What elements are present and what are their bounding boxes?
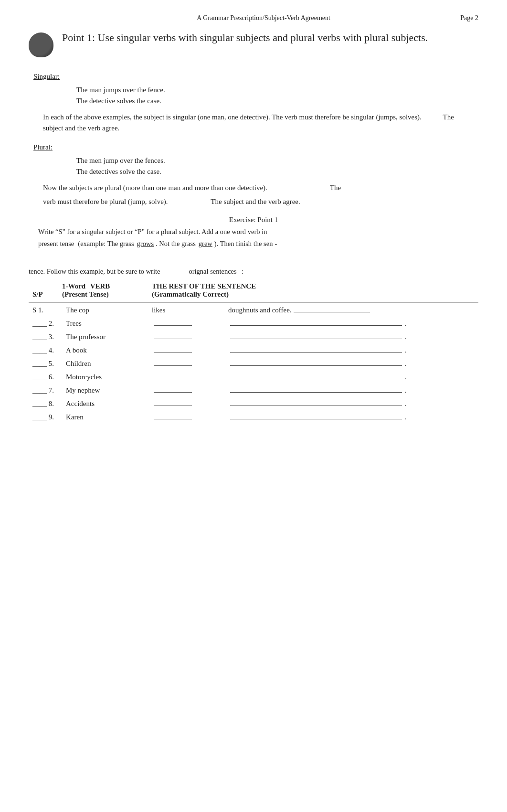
period: .	[405, 346, 407, 354]
period: .	[405, 413, 407, 421]
exercise-inst6: . Not the grass	[156, 238, 196, 250]
exercise-inst3: present tense	[38, 238, 74, 250]
singular-examples: The man jumps over the fence. The detect…	[76, 85, 478, 107]
point-section: Point 1: Use singular verbs with singula…	[29, 31, 478, 57]
rest-cell: .	[224, 316, 478, 330]
rest-cell: .	[224, 343, 478, 356]
singular-example-2: The detective solves the case.	[76, 96, 478, 107]
verb-cell	[148, 343, 224, 356]
exercise-inst4: (example: The grass	[78, 238, 134, 250]
header-title: A Grammar Prescription/Subject-Verb Agre…	[67, 14, 460, 22]
rest-blank	[230, 419, 402, 419]
sp-cell: ____ 5.	[29, 356, 62, 370]
table-row: ____ 7.My nephew.	[29, 383, 478, 396]
rest-blank	[230, 339, 402, 339]
period: .	[405, 333, 407, 341]
sp-cell: ____ 7.	[29, 383, 62, 396]
rest-blank	[230, 352, 402, 353]
page-header: A Grammar Prescription/Subject-Verb Agre…	[29, 14, 478, 22]
sp-cell: ____ 2.	[29, 316, 62, 330]
point-icon	[29, 32, 53, 57]
period: .	[405, 386, 407, 394]
rest-cell: doughnuts and coffee.	[224, 303, 478, 317]
verb-cell	[148, 383, 224, 396]
exercise-inst7: grew	[199, 238, 212, 250]
singular-section: Singular: The man jumps over the fence. …	[29, 66, 478, 107]
singular-example-1: The man jumps over the fence.	[76, 85, 478, 96]
sp-cell: ____ 8.	[29, 396, 62, 410]
verb-blank	[154, 406, 192, 406]
subject-cell: My nephew	[62, 383, 148, 396]
verb-blank	[154, 325, 192, 326]
table-intro: tence. Follow this example, but be sure …	[29, 267, 478, 276]
table-section: tence. Follow this example, but be sure …	[29, 267, 478, 423]
verb-blank	[154, 379, 192, 379]
verb-blank	[154, 352, 192, 353]
period: .	[405, 400, 407, 407]
plural-example-1: The men jump over the fences.	[76, 155, 478, 166]
period: .	[405, 320, 407, 327]
table-row: ____ 5.Children.	[29, 356, 478, 370]
sp-cell: ____ 4.	[29, 343, 62, 356]
table-row: S 1.The coplikesdoughnuts and coffee.	[29, 303, 478, 317]
col-verb-h1: 1-Word	[62, 282, 85, 290]
verb-cell	[148, 356, 224, 370]
verb-blank	[154, 392, 192, 393]
rest-cell: .	[224, 356, 478, 370]
table-row: ____ 3.The professor.	[29, 330, 478, 343]
rest-blank	[230, 379, 402, 379]
table-intro3: :	[242, 267, 243, 276]
rest-blank	[294, 312, 370, 312]
exercise-inst2: . Add a one word verb in	[199, 226, 267, 238]
verb-cell	[148, 330, 224, 343]
verb-cell	[148, 396, 224, 410]
table-row: ____ 8.Accidents.	[29, 396, 478, 410]
col-rest-h2: (Grammatically Correct)	[152, 290, 229, 298]
singular-exp1: In each of the above examples, the subje…	[43, 113, 422, 121]
plural-examples: The men jump over the fences. The detect…	[76, 155, 478, 178]
verb-cell	[148, 370, 224, 383]
subject-cell: Children	[62, 356, 148, 370]
sp-cell: ____ 3.	[29, 330, 62, 343]
exercise-inst5: grows	[137, 238, 154, 250]
table-row: ____ 4.A book.	[29, 343, 478, 356]
header-page: Page 2	[460, 14, 478, 22]
rest-cell: .	[224, 410, 478, 423]
subject-cell: Karen	[62, 410, 148, 423]
verb-cell: likes	[148, 303, 224, 317]
plural-explanation-2: verb must therefore be plural (jump, sol…	[43, 196, 464, 207]
point-heading: Point 1: Use singular verbs with singula…	[62, 31, 428, 45]
table-header-row: S/P 1-Word VERB (Present Tense) THE REST…	[29, 280, 478, 303]
table-row: ____ 9.Karen.	[29, 410, 478, 423]
sp-cell: ____ 6.	[29, 370, 62, 383]
subject-cell: A book	[62, 343, 148, 356]
period: .	[405, 373, 407, 381]
col-header-subject: 1-Word VERB (Present Tense)	[62, 280, 148, 303]
rest-blank	[230, 325, 402, 326]
plural-explanation: Now the subjects are plural (more than o…	[43, 182, 464, 193]
subject-cell: The professor	[62, 330, 148, 343]
col-verb-h2: VERB	[90, 282, 110, 290]
rest-cell: .	[224, 370, 478, 383]
verb-blank	[154, 419, 192, 419]
verb-blank	[154, 339, 192, 339]
verb-cell	[148, 410, 224, 423]
verb-cell	[148, 316, 224, 330]
sp-cell: S 1.	[29, 303, 62, 317]
col-header-rest: THE REST OF THE SENTENCE (Grammatically …	[148, 280, 478, 303]
table-row: ____ 6.Motorcycles.	[29, 370, 478, 383]
rest-blank	[230, 365, 402, 366]
plural-label: Plural:	[33, 143, 53, 151]
exercise-inst9: -	[275, 238, 277, 250]
subject-cell: Accidents	[62, 396, 148, 410]
col-rest-h1: THE REST OF THE SENTENCE	[152, 282, 256, 290]
table-intro2: orignal sentences	[189, 267, 236, 276]
period: .	[405, 360, 407, 367]
rest-blank	[230, 392, 402, 393]
exercise-inst8: ). Then finish the sen	[214, 238, 273, 250]
exercise-instruction-row1: Write “S” for a singular subject or “P” …	[38, 226, 469, 238]
exercise-instruction-row2: present tense (example: The grass grows …	[38, 238, 469, 250]
table-intro1: tence. Follow this example, but be sure …	[29, 267, 160, 276]
plural-example-2: The detectives solve the case.	[76, 166, 478, 177]
col-header-sp: S/P	[29, 280, 62, 303]
